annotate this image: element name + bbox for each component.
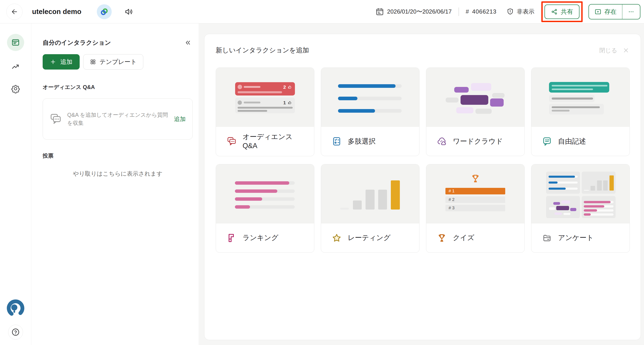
cloud-icon bbox=[437, 136, 447, 147]
code-hash: # bbox=[466, 8, 469, 15]
dialog-title: 新しいインタラクションを追加 bbox=[216, 46, 309, 55]
grid-icon bbox=[90, 59, 96, 65]
code-hidden-status[interactable]: 非表示 bbox=[506, 8, 534, 16]
ellipsis-icon bbox=[628, 8, 634, 15]
share-label: 共有 bbox=[561, 8, 573, 16]
announcement-speaker-icon[interactable] bbox=[124, 7, 134, 17]
present-label: 存在 bbox=[604, 8, 617, 16]
folder-icon bbox=[542, 233, 552, 243]
chat-bubbles-icon bbox=[49, 113, 62, 125]
close-label: 閉じる bbox=[599, 47, 617, 54]
qa-thumb-likes-top: 2 bbox=[283, 85, 292, 90]
plus-icon bbox=[50, 59, 56, 65]
rail-item-interactions[interactable] bbox=[7, 34, 24, 51]
question-mark-icon bbox=[11, 328, 20, 337]
red-annotation-box: 共有 bbox=[541, 1, 582, 22]
mentimeter-logo[interactable] bbox=[6, 298, 26, 318]
divider bbox=[458, 8, 459, 16]
card-word-cloud[interactable]: ワードクラウド bbox=[426, 68, 525, 156]
trophy-icon bbox=[470, 173, 481, 184]
trending-up-icon bbox=[11, 62, 20, 71]
card-open-ended[interactable]: 自由記述 bbox=[531, 68, 630, 156]
calendar-icon bbox=[376, 8, 384, 16]
top-bar: utelecon demo 2026/01/20〜2026/06/17 # 40… bbox=[0, 0, 644, 24]
thumbs-up-icon bbox=[288, 85, 292, 89]
card-multiple-choice[interactable]: 多肢選択 bbox=[321, 68, 420, 156]
rail-item-settings[interactable] bbox=[11, 84, 20, 94]
hidden-label: 非表示 bbox=[517, 8, 534, 16]
interaction-type-grid: 2 1 bbox=[216, 68, 629, 253]
add-interaction-dialog: 新しいインタラクションを追加 閉じる 2 bbox=[204, 34, 641, 340]
webex-logo-icon[interactable] bbox=[97, 4, 112, 19]
page-title: utelecon demo bbox=[32, 8, 82, 16]
checklist-icon bbox=[332, 136, 342, 147]
card-audience-qa[interactable]: 2 1 bbox=[216, 68, 314, 156]
card-label-text: 多肢選択 bbox=[348, 137, 376, 146]
share-nodes-icon bbox=[551, 8, 558, 15]
close-icon bbox=[622, 47, 629, 54]
help-button[interactable] bbox=[8, 325, 23, 339]
qa-thumb-question: 1 bbox=[235, 98, 295, 113]
choice-thumbnail bbox=[321, 68, 419, 127]
voting-code: 4066213 bbox=[472, 8, 496, 15]
date-range-text: 2026/01/20〜2026/06/17 bbox=[387, 8, 452, 16]
shield-alert-icon bbox=[506, 8, 514, 16]
interactions-panel: 自分のインタラクション 追加 テンプレート オーディエ bbox=[31, 24, 198, 345]
thumbs-up-icon bbox=[288, 101, 292, 105]
ranking-steps-icon bbox=[226, 233, 237, 243]
survey-thumbnail bbox=[532, 164, 630, 223]
star-icon bbox=[332, 233, 342, 243]
date-range: 2026/01/20〜2026/06/17 bbox=[376, 8, 452, 16]
slides-icon bbox=[11, 38, 20, 47]
gear-icon bbox=[11, 84, 20, 94]
qa-empty-card[interactable]: Q&A を追加してオーディエンスから質問を収集 追加 bbox=[43, 98, 193, 140]
ranking-thumbnail bbox=[216, 164, 314, 223]
add-interaction-button[interactable]: 追加 bbox=[43, 54, 80, 70]
card-rating[interactable]: レーティング bbox=[321, 164, 420, 253]
poll-section-label: 投票 bbox=[43, 152, 193, 159]
rail-item-results[interactable] bbox=[11, 62, 20, 71]
card-label-text: ランキング bbox=[242, 233, 278, 242]
close-dialog-button[interactable]: 閉じる bbox=[599, 47, 629, 54]
rating-thumbnail bbox=[321, 164, 419, 223]
more-options-button[interactable] bbox=[622, 5, 640, 19]
left-rail bbox=[0, 24, 31, 345]
arrow-left-icon bbox=[10, 8, 18, 16]
quiz-thumbnail: # 1 # 2 # 3 bbox=[426, 164, 524, 223]
wordcloud-thumbnail bbox=[426, 68, 524, 127]
qa-bubbles-icon bbox=[226, 136, 237, 147]
qa-thumbnail: 2 1 bbox=[216, 68, 314, 127]
card-quiz[interactable]: # 1 # 2 # 3 クイズ bbox=[426, 164, 525, 253]
collapse-panel-button[interactable] bbox=[183, 38, 193, 48]
topbar-right: 2026/01/20〜2026/06/17 # 4066213 非表示 bbox=[376, 1, 640, 22]
open-ended-thumbnail bbox=[532, 68, 630, 127]
poll-empty-text: やり取りはこちらに表示されます bbox=[43, 170, 193, 178]
template-button-label: テンプレート bbox=[100, 58, 137, 66]
template-button[interactable]: テンプレート bbox=[83, 54, 143, 70]
card-survey[interactable]: アンケート bbox=[531, 164, 630, 253]
share-button[interactable]: 共有 bbox=[544, 5, 580, 19]
speech-bubble-lines-icon bbox=[542, 136, 552, 147]
card-ranking[interactable]: ランキング bbox=[216, 164, 314, 253]
chevrons-left-icon bbox=[184, 39, 192, 47]
present-button[interactable]: 存在 bbox=[589, 5, 622, 19]
card-label-text: レーティング bbox=[348, 233, 390, 242]
present-play-icon bbox=[594, 8, 602, 15]
card-label-text: アンケート bbox=[558, 233, 594, 242]
panel-title: 自分のインタラクション bbox=[43, 39, 111, 47]
present-button-group: 存在 bbox=[588, 4, 640, 20]
card-label-text: クイズ bbox=[453, 233, 474, 242]
trophy-icon bbox=[437, 233, 447, 243]
card-label-text: オーディエンス Q&A bbox=[242, 132, 306, 151]
back-button[interactable] bbox=[6, 4, 22, 20]
qa-section-label: オーディエンス Q&A bbox=[43, 84, 193, 91]
qa-add-link[interactable]: 追加 bbox=[174, 115, 186, 123]
add-button-label: 追加 bbox=[60, 58, 72, 66]
card-label-text: 自由記述 bbox=[558, 137, 586, 146]
qa-thumb-likes-bottom: 1 bbox=[283, 100, 292, 105]
qa-thumb-highlighted-question: 2 bbox=[235, 82, 295, 96]
qa-card-text: Q&A を追加してオーディエンスから質問を収集 bbox=[67, 111, 169, 127]
card-label-text: ワードクラウド bbox=[453, 137, 503, 146]
